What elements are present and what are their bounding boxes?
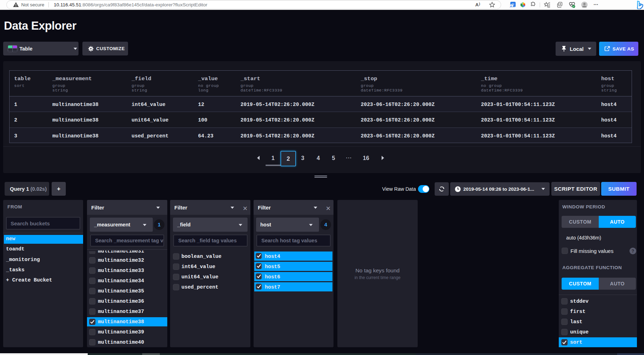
svg-text:A: A [510, 5, 512, 8]
